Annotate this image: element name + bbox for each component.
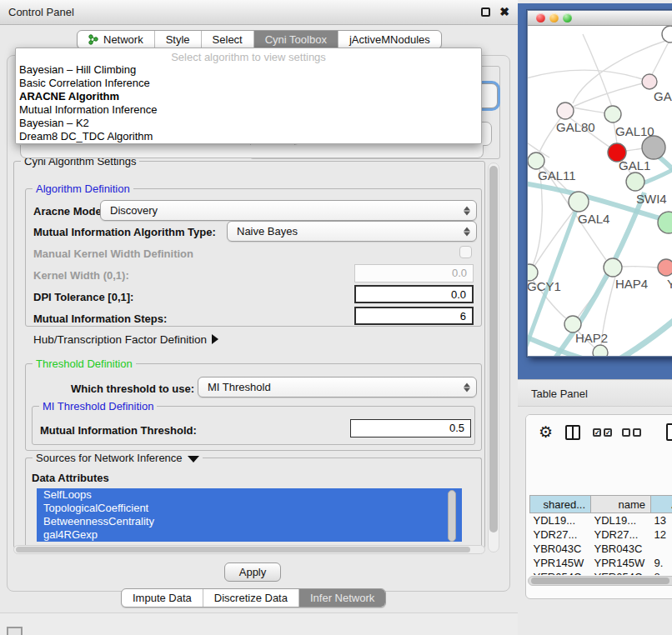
network-table-combobox-fragment[interactable]: [20, 145, 484, 158]
attribute-list-item[interactable]: SelfLoops: [37, 488, 462, 502]
network-node[interactable]: [604, 258, 622, 277]
stepper-arrows-icon: [464, 205, 470, 216]
table-panel-title: Table Panel: [531, 388, 588, 400]
node-label: GAL11: [538, 168, 576, 182]
attribute-list-item[interactable]: TopologicalCoefficient: [37, 502, 462, 515]
unselect-all-columns-icon[interactable]: [622, 428, 641, 437]
float-window-icon[interactable]: [481, 8, 490, 17]
algorithm-option[interactable]: Bayesian – Hill Climbing: [16, 63, 481, 77]
network-node[interactable]: [642, 74, 657, 89]
close-icon[interactable]: ✖: [499, 5, 509, 18]
stepper-arrows-icon: [464, 382, 470, 392]
apply-button[interactable]: Apply: [224, 562, 281, 582]
node-label: HAP2: [575, 331, 608, 345]
network-node[interactable]: [626, 172, 644, 191]
mi-steps-field[interactable]: 6: [354, 307, 474, 325]
attribute-list-item[interactable]: gal4RGexp: [37, 528, 462, 542]
document-icon[interactable]: [666, 423, 672, 441]
aracne-mode-select[interactable]: Discovery: [100, 200, 477, 221]
zoom-traffic-light-icon[interactable]: [563, 13, 572, 22]
tab-cyni-toolbox[interactable]: Cyni Toolbox: [253, 31, 338, 48]
tab-infer-network[interactable]: Infer Network: [298, 589, 385, 607]
table-row[interactable]: YDL19...YDL19...13: [530, 513, 672, 528]
network-node[interactable]: [569, 192, 589, 212]
aracne-mode-label: Aracne Mode:: [33, 205, 105, 218]
kernel-width-field[interactable]: 0.0: [354, 264, 474, 282]
control-panel: Control Panel ✖ Network Style Select Cyn…: [0, 0, 518, 613]
select-all-columns-icon[interactable]: ✓✓: [593, 428, 612, 437]
close-traffic-light-icon[interactable]: [536, 13, 545, 22]
control-panel-tabs: Network Style Select Cyni Toolbox jActiv…: [77, 30, 442, 49]
control-panel-titlebar: Control Panel ✖: [0, 0, 518, 25]
column-header[interactable]: A: [651, 496, 672, 513]
node-table-card: ⚙ ✓✓ shared...nameAYDL19...YDL19...13YDR…: [525, 414, 672, 599]
data-attributes-list[interactable]: SelfLoopsTopologicalCoefficientBetweenne…: [37, 488, 462, 544]
hub-factor-definition-toggle[interactable]: Hub/Transcription Factor Definition: [33, 333, 218, 346]
network-window-titlebar[interactable]: [528, 11, 672, 26]
tab-select[interactable]: Select: [201, 31, 253, 48]
node-label: GCY1: [528, 279, 561, 293]
node-label: SWI4: [636, 192, 667, 206]
dpi-tolerance-field[interactable]: 0.0: [354, 285, 474, 303]
network-node[interactable]: [658, 259, 672, 276]
column-header[interactable]: name: [591, 496, 651, 513]
algorithm-option[interactable]: Dream8 DC_TDC Algorithm: [16, 130, 481, 143]
table-row[interactable]: YDR27...YDR27...12: [530, 528, 672, 542]
network-node[interactable]: [662, 26, 672, 42]
manual-kernel-width-checkbox[interactable]: [459, 246, 472, 258]
column-header[interactable]: shared...: [530, 496, 591, 513]
node-label: Y: [667, 277, 672, 291]
algorithm-option[interactable]: Basic Correlation Inference: [16, 77, 481, 90]
tab-impute-data[interactable]: Impute Data: [122, 589, 203, 607]
network-node[interactable]: [593, 345, 608, 357]
which-threshold-label: Which threshold to use:: [71, 382, 194, 395]
settings-horizontal-scrollbar[interactable]: [13, 545, 485, 554]
algorithm-option[interactable]: Mutual Information Inference: [16, 103, 481, 117]
node-table[interactable]: shared...nameAYDL19...YDL19...13YDR27...…: [529, 495, 672, 575]
sources-title[interactable]: Sources for Network Inference: [33, 452, 203, 464]
network-node[interactable]: [642, 136, 665, 159]
mi-threshold-definition-title: MI Threshold Definition: [39, 400, 157, 412]
settings-vertical-scrollbar[interactable]: [488, 162, 499, 552]
table-horizontal-scrollbar[interactable]: [528, 576, 672, 586]
gear-icon[interactable]: ⚙: [539, 422, 553, 442]
tab-discretize-data[interactable]: Discretize Data: [203, 589, 298, 607]
settings-horizontal-scrollbar-thumb[interactable]: [16, 547, 470, 552]
which-threshold-select[interactable]: MI Threshold: [198, 377, 477, 398]
network-icon: [88, 34, 99, 45]
node-label: GAL4: [578, 212, 609, 226]
network-node[interactable]: [564, 316, 581, 332]
settings-vertical-scrollbar-thumb[interactable]: [489, 166, 498, 532]
attributes-scrollbar-thumb[interactable]: [448, 490, 456, 542]
network-node[interactable]: [528, 152, 544, 169]
mi-threshold-field[interactable]: 0.5: [350, 419, 471, 438]
collapsed-arrow-icon: [212, 334, 218, 344]
network-node[interactable]: [604, 106, 621, 122]
minimized-window-icon[interactable]: [7, 627, 23, 635]
network-node[interactable]: [658, 212, 672, 233]
table-horizontal-scrollbar-thumb[interactable]: [531, 578, 669, 584]
tab-network[interactable]: Network: [78, 31, 154, 48]
table-row[interactable]: YBR043CYBR043C: [530, 542, 672, 556]
tab-network-label: Network: [103, 31, 143, 48]
algorithm-option[interactable]: Bayesian – K2: [16, 117, 481, 130]
table-row[interactable]: YER054CYER054C8.: [530, 570, 672, 576]
network-edges-highlighted: [528, 156, 672, 357]
columns-icon[interactable]: [565, 425, 580, 440]
network-node[interactable]: [528, 264, 538, 281]
attribute-list-item[interactable]: BetweennessCentrality: [37, 515, 462, 528]
stepper-arrows-icon: [464, 226, 470, 237]
threshold-definition-title: Threshold Definition: [33, 358, 136, 370]
algorithm-option[interactable]: ARACNE Algorithm: [16, 90, 481, 103]
mi-algorithm-type-select[interactable]: Naive Bayes: [227, 221, 477, 242]
network-canvas[interactable]: GALGAL80GAL10GAL1GAL11SWI4GAL4GCY1HAP4YH…: [528, 26, 672, 357]
tab-jactivemnodules[interactable]: jActiveMNodules: [338, 31, 441, 48]
minimize-traffic-light-icon[interactable]: [549, 13, 559, 22]
table-row[interactable]: YPR145WYPR145W9.: [530, 556, 672, 570]
table-panel-header: Table Panel: [518, 379, 672, 407]
dpi-tolerance-label: DPI Tolerance [0,1]:: [33, 291, 133, 303]
mi-algorithm-type-label: Mutual Information Algorithm Type:: [33, 226, 216, 238]
network-view-window[interactable]: GALGAL80GAL10GAL1GAL11SWI4GAL4GCY1HAP4YH…: [527, 10, 672, 357]
tab-style[interactable]: Style: [154, 31, 201, 48]
network-node[interactable]: [557, 102, 574, 119]
